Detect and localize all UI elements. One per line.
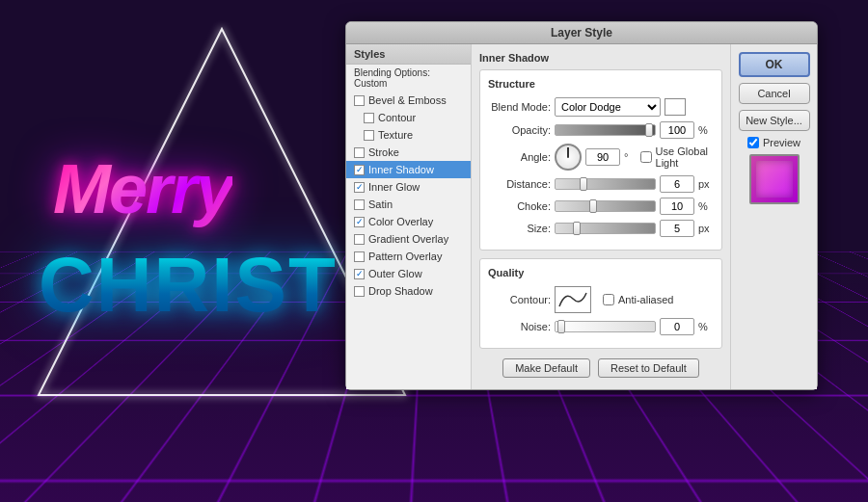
styles-item-stroke[interactable]: Stroke [346, 144, 471, 161]
styles-item-color-overlay[interactable]: ✓ Color Overlay [346, 213, 471, 230]
styles-item-label: Gradient Overlay [368, 233, 448, 245]
styles-item-label: Bevel & Emboss [368, 94, 447, 106]
styles-item-inner-glow[interactable]: ✓ Inner Glow [346, 178, 471, 196]
styles-item-blending-options[interactable]: Blending Options: Custom [346, 65, 471, 92]
distance-row: Distance: px [488, 175, 714, 193]
distance-unit: px [698, 178, 714, 190]
distance-slider[interactable] [555, 178, 656, 190]
noise-slider[interactable] [555, 321, 656, 332]
stroke-checkbox[interactable] [354, 147, 365, 158]
angle-dial[interactable] [555, 144, 582, 171]
angle-row: Angle: ° Use Global Light [488, 144, 714, 171]
dialog-title: Layer Style [551, 26, 612, 40]
make-default-button[interactable]: Make Default [502, 358, 590, 378]
size-slider[interactable] [555, 223, 656, 234]
styles-item-inner-shadow[interactable]: ✓ Inner Shadow [346, 161, 471, 178]
distance-slider-thumb[interactable] [580, 177, 587, 191]
opacity-row: Opacity: % [488, 121, 714, 139]
styles-item-label: Satin [368, 198, 393, 210]
opacity-input[interactable] [660, 121, 694, 139]
choke-slider-thumb[interactable] [589, 199, 597, 213]
structure-title: Structure [488, 78, 714, 90]
satin-checkbox[interactable] [354, 199, 365, 210]
color-overlay-checkbox[interactable]: ✓ [354, 217, 365, 227]
outer-glow-checkbox[interactable]: ✓ [354, 269, 365, 279]
bottom-buttons: Make Default Reset to Default [479, 355, 722, 382]
anti-aliased-label: Anti-aliased [603, 294, 673, 305]
blend-mode-row: Blend Mode: Color Dodge Normal Multiply … [488, 97, 714, 117]
styles-item-outer-glow[interactable]: ✓ Outer Glow [346, 265, 471, 282]
angle-input[interactable] [585, 148, 620, 166]
size-input[interactable] [660, 220, 694, 237]
choke-input[interactable] [660, 198, 694, 215]
right-panel: OK Cancel New Style... Preview [730, 44, 817, 389]
contour-checkbox[interactable] [364, 113, 374, 123]
noise-row: Noise: % [488, 318, 714, 335]
styles-item-label: Inner Shadow [368, 164, 434, 175]
angle-unit: ° [624, 151, 637, 163]
size-row: Size: px [488, 220, 714, 237]
distance-label: Distance: [488, 178, 551, 190]
styles-item-label: Texture [378, 129, 413, 141]
styles-item-bevel-emboss[interactable]: Bevel & Emboss [346, 92, 471, 109]
cancel-button[interactable]: Cancel [739, 83, 810, 104]
inner-shadow-checkbox[interactable]: ✓ [354, 165, 365, 175]
noise-label: Noise: [488, 321, 551, 332]
opacity-slider-thumb[interactable] [645, 123, 653, 137]
distance-input[interactable] [660, 175, 694, 193]
noise-unit: % [698, 321, 714, 332]
preview-label: Preview [747, 137, 800, 148]
reset-to-default-button[interactable]: Reset to Default [598, 358, 699, 378]
preview-checkbox[interactable] [747, 137, 759, 148]
noise-slider-thumb[interactable] [557, 320, 565, 333]
drop-shadow-checkbox[interactable] [354, 286, 365, 297]
pattern-overlay-checkbox[interactable] [354, 251, 365, 262]
styles-item-pattern-overlay[interactable]: Pattern Overlay [346, 248, 471, 265]
styles-item-contour[interactable]: Contour [346, 109, 471, 126]
contour-preview[interactable] [555, 286, 591, 313]
opacity-unit: % [698, 124, 714, 136]
dialog-titlebar: Layer Style [346, 22, 817, 44]
use-global-light-checkbox[interactable] [640, 151, 652, 163]
main-panel: Inner Shadow Structure Blend Mode: Color… [472, 44, 730, 389]
styles-panel: Styles Blending Options: Custom Bevel & … [346, 44, 472, 389]
contour-label: Contour: [488, 294, 551, 305]
styles-item-label: Drop Shadow [368, 285, 433, 297]
blend-mode-select[interactable]: Color Dodge Normal Multiply Screen [555, 97, 661, 117]
gradient-overlay-checkbox[interactable] [354, 234, 365, 245]
texture-checkbox[interactable] [364, 130, 374, 141]
choke-slider[interactable] [555, 200, 656, 212]
styles-item-label: Blending Options: Custom [354, 67, 463, 89]
styles-item-label: Color Overlay [368, 216, 433, 227]
styles-item-label: Outer Glow [368, 268, 422, 279]
noise-input[interactable] [660, 318, 694, 335]
styles-item-texture[interactable]: Texture [346, 126, 471, 144]
styles-item-satin[interactable]: Satin [346, 196, 471, 213]
bevel-emboss-checkbox[interactable] [354, 95, 365, 106]
new-style-button[interactable]: New Style... [739, 110, 810, 131]
styles-item-drop-shadow[interactable]: Drop Shadow [346, 282, 471, 300]
opacity-slider[interactable] [555, 124, 656, 136]
styles-item-gradient-overlay[interactable]: Gradient Overlay [346, 230, 471, 248]
dialog-body: Styles Blending Options: Custom Bevel & … [346, 44, 817, 389]
size-unit: px [698, 223, 714, 234]
ok-button[interactable]: OK [739, 52, 810, 77]
quality-title: Quality [488, 267, 714, 278]
inner-shadow-title: Inner Shadow [479, 52, 722, 64]
quality-group: Quality Contour: Anti-aliased [479, 258, 722, 349]
preview-swatch-inner [756, 161, 793, 198]
blend-mode-color-swatch[interactable] [665, 98, 686, 116]
choke-label: Choke: [488, 200, 551, 212]
size-slider-thumb[interactable] [573, 222, 581, 235]
size-label: Size: [488, 223, 551, 234]
preview-swatch [749, 154, 800, 204]
blend-mode-label: Blend Mode: [488, 101, 551, 113]
christmas-text: CHRIST [39, 241, 338, 330]
styles-item-label: Stroke [368, 146, 399, 158]
anti-aliased-checkbox[interactable] [603, 294, 614, 305]
styles-item-label: Pattern Overlay [368, 251, 442, 262]
inner-glow-checkbox[interactable]: ✓ [354, 182, 365, 193]
opacity-label: Opacity: [488, 124, 551, 136]
choke-unit: % [698, 200, 714, 212]
styles-header: Styles [346, 44, 471, 65]
